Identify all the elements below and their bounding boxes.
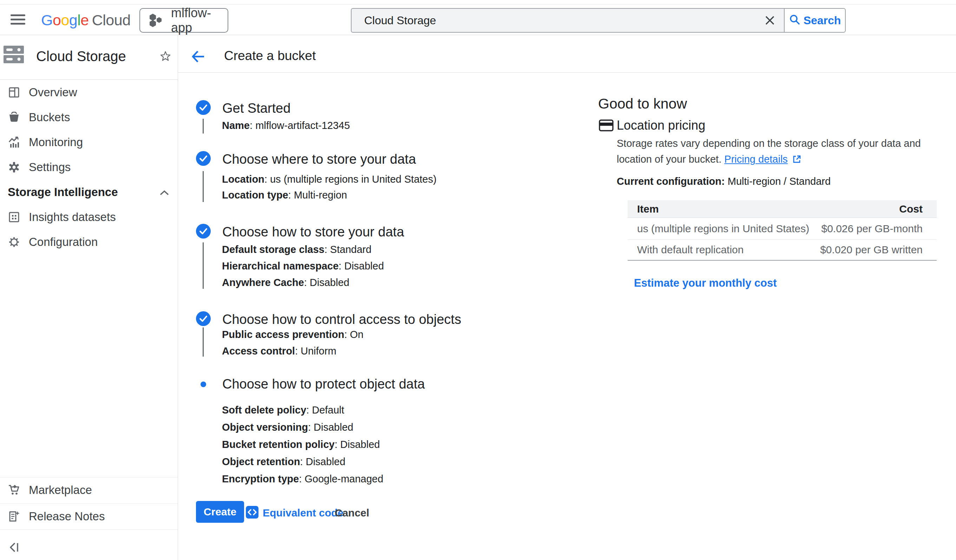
equivalent-code-button[interactable]: Equivalent code: [246, 506, 343, 520]
step-detail: Hierarchical namespaceDisabled: [222, 260, 384, 272]
header-divider: [178, 72, 956, 73]
search-icon: [789, 14, 801, 27]
bucket-icon: [8, 112, 20, 123]
cancel-button[interactable]: Cancel: [335, 507, 369, 519]
step-detail: Anywhere CacheDisabled: [222, 277, 349, 288]
pricing-details-link[interactable]: Pricing details: [724, 154, 788, 165]
sidebar-item-insights-datasets[interactable]: Insights datasets: [0, 204, 178, 230]
sidebar-item-label: Buckets: [29, 111, 70, 124]
pricing-body-line2: location of your bucket. Pricing details: [617, 152, 801, 167]
sidebar-item-label: Monitoring: [29, 135, 83, 149]
google-cloud-logo: GoogleCloud: [41, 12, 131, 29]
step-detail: Soft delete policyDefault: [222, 404, 344, 416]
datasets-icon: [8, 211, 20, 223]
project-selector[interactable]: mlflow-app: [140, 8, 228, 33]
gear-icon: [8, 161, 20, 173]
sidebar-section-label: Storage Intelligence: [8, 186, 118, 199]
step-detail: Namemlflow-artifact-12345: [222, 120, 350, 131]
back-arrow-icon[interactable]: [192, 50, 205, 63]
pin-star-icon[interactable]: [160, 50, 171, 63]
sidebar-item-buckets[interactable]: Buckets: [0, 105, 178, 130]
column-header-cost: Cost: [899, 203, 923, 215]
current-configuration: Current configurationMulti-region / Stan…: [617, 176, 830, 187]
step-title: Choose how to protect object data: [222, 377, 425, 392]
step-detail: Location typeMulti-region: [222, 189, 347, 201]
search-bar: [351, 8, 784, 33]
step-title: Choose where to store your data: [222, 152, 416, 167]
estimate-monthly-cost-link[interactable]: Estimate your monthly cost: [634, 277, 777, 289]
create-button[interactable]: Create: [196, 501, 244, 523]
external-link-icon: [793, 153, 801, 167]
project-hexagons-icon: [149, 12, 164, 28]
sidebar-item-release-notes[interactable]: Release Notes: [0, 504, 178, 529]
equivalent-code-label: Equivalent code: [263, 507, 343, 519]
step-connector: [203, 242, 204, 289]
step-connector: [203, 327, 204, 357]
window-top-edge: [0, 4, 956, 5]
column-header-item: Item: [637, 203, 659, 215]
step-current-icon: [201, 382, 206, 387]
sidebar-item-label: Insights datasets: [29, 211, 116, 224]
step-connector: [203, 171, 204, 202]
cloud-storage-product-icon: [3, 45, 25, 65]
pricing-card-icon: [599, 120, 613, 133]
pricing-table: Item Cost us (multiple regions in United…: [627, 200, 937, 261]
monitoring-icon: [8, 136, 20, 148]
sidebar-item-configuration[interactable]: Configuration: [0, 230, 178, 254]
collapse-sidebar-icon[interactable]: [8, 540, 24, 554]
step-detail: Encryption typeGoogle-managed: [222, 473, 383, 485]
step-title: Choose how to control access to objects: [222, 312, 461, 327]
gcp-console: GoogleCloud mlflow-app Search: [0, 0, 956, 560]
pricing-body-line1: Storage rates vary depending on the stor…: [617, 136, 921, 150]
table-row: us (multiple regions in United States) $…: [627, 218, 937, 240]
step-detail: Default storage classStandard: [222, 244, 371, 255]
chevron-up-icon: [159, 186, 169, 199]
good-to-know-title: Good to know: [598, 96, 687, 112]
sidebar-section-storage-intelligence[interactable]: Storage Intelligence: [0, 179, 178, 204]
step-detail: Locationus (multiple regions in United S…: [222, 173, 437, 185]
sidebar-title: Cloud Storage: [36, 49, 126, 64]
step-connector: [203, 119, 204, 134]
step-detail: Object retentionDisabled: [222, 456, 345, 467]
sidebar: Cloud Storage Overview Buckets Monitorin…: [0, 35, 178, 560]
pricing-table-header: Item Cost: [627, 200, 937, 218]
search-button[interactable]: Search: [784, 8, 846, 33]
sidebar-item-marketplace[interactable]: Marketplace: [0, 477, 178, 502]
step-title: Choose how to store your data: [222, 225, 404, 240]
project-name: mlflow-app: [171, 6, 228, 35]
sidebar-item-label: Release Notes: [29, 510, 105, 523]
step-complete-icon: [196, 100, 211, 115]
sidebar-divider: [0, 529, 178, 530]
step-detail: Access controlUniform: [222, 345, 336, 357]
code-icon: [246, 506, 258, 520]
clear-search-icon[interactable]: [756, 9, 784, 32]
configuration-gear-icon: [8, 236, 20, 248]
search-button-label: Search: [803, 14, 841, 27]
overview-icon: [8, 87, 20, 98]
cart-icon: [8, 484, 20, 496]
location-pricing-heading: Location pricing: [617, 118, 705, 133]
main-menu-icon[interactable]: [11, 14, 25, 26]
sidebar-item-overview[interactable]: Overview: [0, 80, 178, 105]
page-title: Create a bucket: [224, 49, 316, 63]
sidebar-item-monitoring[interactable]: Monitoring: [0, 130, 178, 154]
sidebar-item-label: Marketplace: [29, 483, 92, 497]
sidebar-item-settings[interactable]: Settings: [0, 154, 178, 179]
sidebar-item-label: Settings: [29, 160, 71, 174]
step-complete-icon: [196, 151, 211, 166]
sidebar-header: Cloud Storage: [0, 42, 178, 72]
step-complete-icon: [196, 224, 211, 239]
step-detail: Bucket retention policyDisabled: [222, 439, 380, 450]
step-detail: Public access preventionOn: [222, 329, 363, 340]
step-title: Get Started: [222, 101, 291, 116]
table-row: With default replication $0.020 per GB w…: [627, 240, 937, 261]
sidebar-item-label: Overview: [29, 86, 77, 99]
step-detail: Object versioningDisabled: [222, 421, 353, 433]
sidebar-item-label: Configuration: [29, 235, 97, 249]
search-input[interactable]: [352, 14, 756, 27]
step-complete-icon: [196, 311, 211, 326]
release-notes-icon: [8, 510, 20, 522]
